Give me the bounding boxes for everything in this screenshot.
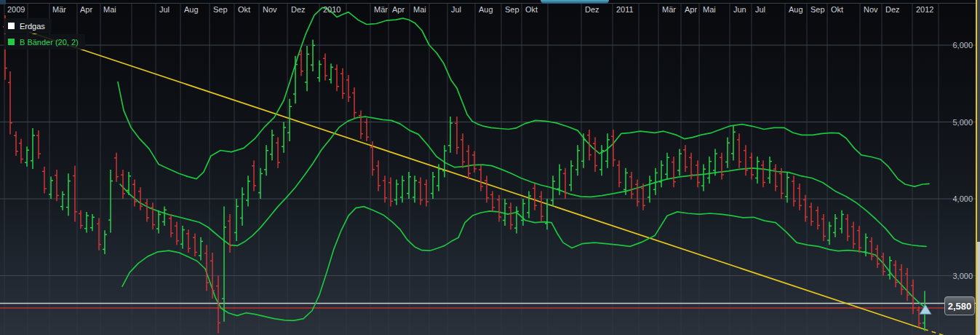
x-axis-label: Jul (159, 5, 170, 14)
x-axis-label: Aug (479, 5, 493, 14)
x-axis-label: Okt (525, 5, 538, 14)
x-axis-label: 2010 (323, 5, 340, 14)
bollinger-upper-line (118, 7, 929, 186)
x-axis-label: Mai (103, 5, 116, 14)
x-axis-label: Dez (585, 5, 599, 14)
x-axis-label: Aug (184, 5, 199, 14)
x-axis-label: Mai (413, 5, 426, 14)
bollinger-middle-line (120, 117, 926, 246)
x-axis-label: Nov (864, 5, 878, 14)
x-axis-label: Mär (662, 5, 676, 14)
collapsed-toolbar-button[interactable] (541, 0, 609, 4)
price-bars-group (3, 15, 927, 334)
x-axis-label: Dez (291, 5, 306, 14)
price-chart-canvas[interactable] (0, 0, 980, 335)
x-axis-label: Mär (374, 5, 388, 14)
current-price-badge: 2,580 (944, 296, 975, 315)
breakout-marker-icon (920, 304, 931, 314)
x-axis-label: Nov (263, 5, 277, 14)
current-price-value: 2,580 (948, 301, 972, 312)
x-axis-label: Apr (80, 5, 92, 14)
x-axis-label: Apr (685, 5, 697, 14)
y-axis-label: 4,000 (931, 194, 973, 203)
trendline-extension (924, 329, 947, 335)
trendline (29, 32, 924, 329)
y-axis-label: 6,000 (931, 41, 973, 50)
x-axis-label: Jun (733, 5, 746, 14)
x-axis-label: Sep (810, 5, 825, 14)
x-axis-label: Dez (885, 5, 900, 14)
indicator-swatch-icon (8, 39, 15, 45)
x-axis-label: Mär (52, 5, 66, 14)
series-swatch-icon (8, 23, 15, 29)
x-axis-label: Sep (213, 5, 228, 14)
indicator-label: B Bänder (20, 2) (20, 38, 79, 47)
x-axis-label: 2011 (616, 5, 634, 14)
x-axis-label: Sep (505, 5, 519, 14)
x-axis-label: Okt (238, 5, 250, 14)
side-panel-scrollbar[interactable] (977, 242, 980, 335)
side-panel-edge (977, 0, 980, 242)
window-corner-fragment (0, 0, 6, 4)
legend-item-bollinger[interactable]: B Bänder (20, 2) (4, 34, 85, 50)
x-axis-label: Okt (831, 5, 843, 14)
x-axis-label: Aug (789, 5, 803, 14)
y-axis-label: 5,000 (931, 118, 973, 127)
x-axis-label: 2009 (7, 5, 25, 14)
legend-item-erdgas[interactable]: Erdgas (4, 18, 52, 34)
x-axis-label: 2012 (916, 5, 933, 14)
x-axis-label: Apr (392, 5, 405, 14)
series-label: Erdgas (20, 22, 45, 31)
x-axis-label: Mai (703, 5, 716, 14)
y-axis-label: 3,000 (931, 272, 973, 280)
x-axis-label: Jul (451, 5, 461, 14)
time-axis: 2009MärAprMaiJulAugSepOktNovDez2010MärAp… (0, 0, 933, 16)
x-axis-label: Jul (755, 5, 765, 14)
